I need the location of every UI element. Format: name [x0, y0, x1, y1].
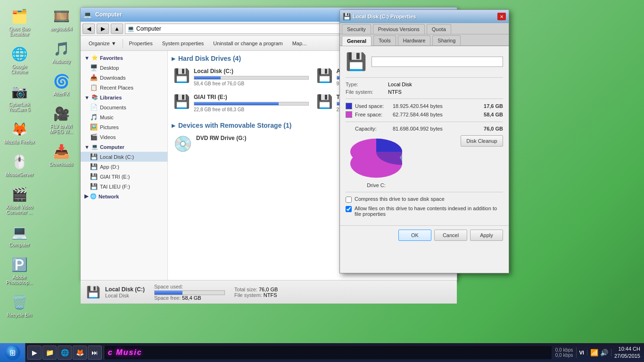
tray-network-icon: 📶 — [590, 349, 598, 356]
tab-tools[interactable]: Tools — [373, 35, 396, 45]
used-space-row: Used space: 18.925.420.544 bytes 17,6 GB — [346, 103, 503, 109]
index-checkbox[interactable] — [346, 206, 352, 212]
tab-quota[interactable]: Quota — [427, 24, 451, 34]
status-progress-bar — [154, 290, 225, 295]
nav-item-local-c[interactable]: 💾 Local Disk (C:) — [81, 152, 167, 162]
drive-e-name: GIAI TRI (E:) — [194, 94, 309, 100]
desktop-icon-mouseserver[interactable]: 🖱️ MouseServer — [2, 150, 36, 179]
desktop-icon-audacity[interactable]: 🎵 Audacity — [44, 37, 78, 66]
filesystem-label: File system: — [346, 89, 388, 95]
drive-e-bar-container — [194, 102, 309, 106]
libraries-header[interactable]: ▼ 📚 Libraries — [81, 92, 167, 102]
status-bar: 💾 Local Disk (C:) Local Disk Space used: — [81, 280, 457, 304]
desktop-icon-downloads[interactable]: 📥 Downloads — [44, 140, 78, 169]
folder-taskbar-button[interactable]: 📁 — [42, 346, 57, 360]
drive-d-icon: 💾 — [316, 68, 333, 83]
organize-button[interactable]: Organize ▼ — [84, 38, 121, 49]
filesystem-row: File system: NTFS — [346, 89, 503, 95]
cancel-button[interactable]: Cancel — [434, 230, 467, 241]
type-value: Local Disk — [388, 82, 412, 87]
status-drive-icon: 💾 — [86, 286, 100, 299]
toolbar-separator — [123, 39, 123, 48]
favorites-header[interactable]: ▼ ⭐ Favorites — [81, 53, 167, 63]
drive-name-input[interactable] — [372, 57, 503, 67]
drive-item-e[interactable]: 💾 GIAI TRI (E:) 22,8 GB free of 88,3 GB — [172, 92, 311, 114]
drive-c-info: Local Disk (C:) 58,4 GB free of 76,0 GB — [194, 68, 309, 86]
pictures-icon-nav: 🖼️ — [90, 123, 98, 131]
status-fs-value: NTFS — [264, 292, 277, 298]
tab-hardware[interactable]: Hardware — [398, 35, 431, 45]
pie-container: Drive C: — [346, 135, 407, 188]
nav-item-documents[interactable]: 📄 Documents — [81, 102, 167, 112]
status-drive-name: Local Disk (C:) — [105, 286, 145, 293]
free-space-row: Free space: 62.772.584.448 bytes 58,4 GB — [346, 111, 503, 118]
free-space-bytes: 62.772.584.448 bytes — [393, 112, 475, 117]
desktop-icon-photoshop[interactable]: 🅿️ Adobe Photoshop... — [2, 253, 36, 287]
nav-item-desktop[interactable]: 🖥️ Desktop — [81, 63, 167, 73]
drive-e-bar — [194, 102, 279, 105]
nav-item-music[interactable]: 🎵 Music — [81, 112, 167, 122]
firefox-taskbar-button[interactable]: 🦊 — [73, 346, 87, 360]
tab-previous-versions[interactable]: Previous Versions — [373, 24, 425, 34]
desktop-icon-google-chrome[interactable]: 🌐 Google Chrome — [2, 42, 36, 76]
dialog-close-button[interactable]: ✕ — [497, 13, 506, 20]
network-header[interactable]: ▶ 🌐 Network — [81, 191, 167, 201]
chrome-taskbar-button[interactable]: 🌐 — [58, 346, 72, 360]
divider-2 — [346, 99, 503, 99]
nav-item-videos[interactable]: 🎬 Videos — [81, 132, 167, 142]
free-space-label: Free space: — [355, 112, 393, 117]
status-used-label: Space used: — [154, 284, 183, 289]
language-indicator[interactable]: VI — [579, 350, 587, 355]
desktop-icon-flv-avi[interactable]: 🎥 FLV to AVI MPEG W... — [44, 102, 78, 136]
properties-button[interactable]: Properties — [125, 38, 157, 49]
apply-button[interactable]: Apply — [470, 230, 503, 241]
tray-volume-icon[interactable]: 🔊 — [600, 349, 608, 356]
tab-security[interactable]: Security — [342, 24, 371, 34]
taskbar: ⊞ ▶ 📁 🌐 🦊 ⏭ c Music 0,0 kbps 0,0 kbps VI… — [0, 343, 644, 362]
status-total-label: Total size: — [234, 287, 259, 292]
drive-header: 💾 — [346, 52, 503, 72]
desktop-icon-cyberlink[interactable]: 📷 CyberLink YouCam 5 — [2, 80, 36, 114]
skip-button[interactable]: ⏭ — [88, 346, 102, 360]
up-button[interactable]: ▲ — [111, 24, 123, 34]
back-button[interactable]: ◀ — [83, 24, 95, 34]
computer-icon: 💻 — [83, 11, 91, 18]
music-icon-nav: 🎵 — [90, 114, 98, 121]
tab-sharing[interactable]: Sharing — [432, 35, 461, 45]
desktop-icon-xilisoft[interactable]: 🎬 Xilisoft Video Converter ... — [2, 183, 36, 217]
music-text: c Music — [108, 348, 142, 357]
nav-item-giai-tri-e[interactable]: 💾 GIAI TRI (E:) — [81, 172, 167, 181]
nav-item-recent[interactable]: 📋 Recent Places — [81, 82, 167, 92]
used-space-label: Used space: — [355, 103, 393, 109]
compress-checkbox[interactable] — [346, 197, 352, 203]
disk-f-icon: 💾 — [90, 183, 98, 190]
media-player-button[interactable]: ▶ — [27, 346, 41, 360]
desktop-icon-firefox[interactable]: 🦊 Mozilla Firefox — [2, 118, 36, 147]
system-properties-button[interactable]: System properties — [158, 38, 208, 49]
dvd-drive-item[interactable]: 💿 DVD RW Drive (G:) — [172, 133, 266, 155]
desktop-icon-recycle-bin[interactable]: 🗑️ Recycle Bin — [2, 291, 36, 320]
nav-item-pictures[interactable]: 🖼️ Pictures — [81, 122, 167, 132]
dialog-title-icon: 💾 — [343, 13, 351, 20]
map-button[interactable]: Map... — [288, 38, 311, 49]
disk-cleanup-button[interactable]: Disk Cleanup — [461, 135, 503, 147]
status-total-value: 76,0 GB — [259, 287, 278, 292]
nav-item-app-d[interactable]: 💾 App (D:) — [81, 162, 167, 172]
drive-item-c[interactable]: 💾 Local Disk (C:) 58,4 GB free of 76,0 G… — [172, 66, 311, 88]
network-speed-2: 0,0 kbps — [555, 353, 573, 358]
desktop-icon-quoc-bao[interactable]: 🗂️ Quoc Bao Excalibur — [2, 5, 36, 39]
desktop-icon-computer[interactable]: 💻 Computer — [2, 221, 36, 249]
videos-icon-nav: 🎬 — [90, 133, 98, 140]
desktop-icon-aegisub[interactable]: 🎞️ aegisub64 — [44, 5, 78, 33]
computer-header[interactable]: ▼ 💻 Computer — [81, 142, 167, 152]
forward-button[interactable]: ▶ — [97, 24, 109, 34]
ok-button[interactable]: OK — [398, 230, 431, 241]
divider-1 — [346, 77, 503, 78]
start-button[interactable]: ⊞ — [0, 343, 25, 362]
drive-c-name: Local Disk (C:) — [194, 68, 309, 74]
nav-item-tai-lieu-f[interactable]: 💾 TAI LIEU (F:) — [81, 181, 167, 191]
tab-general[interactable]: General — [342, 36, 372, 46]
nav-item-downloads[interactable]: 📥 Downloads — [81, 73, 167, 82]
uninstall-button[interactable]: Uninstall or change a program — [209, 38, 287, 49]
desktop-icon-afterfx[interactable]: 🌀 AfterFX — [44, 70, 78, 99]
